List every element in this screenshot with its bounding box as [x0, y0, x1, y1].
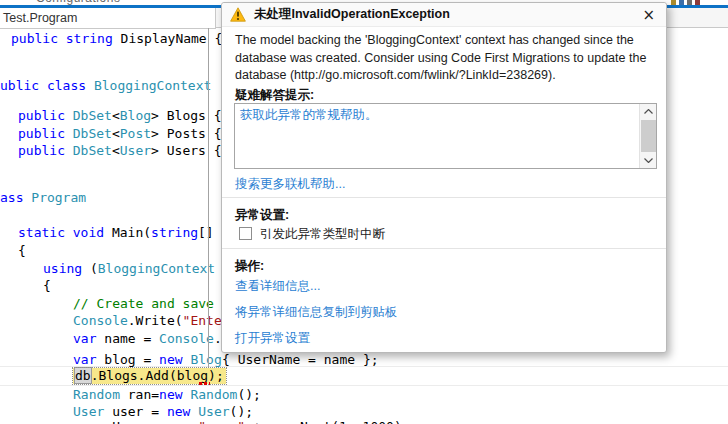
- troubleshooting-tips-label: 疑难解答提示:: [235, 87, 314, 104]
- exception-dialog: 未处理InvalidOperationException × The model…: [221, 2, 667, 353]
- code-line: using (BloggingContext db: [43, 261, 239, 277]
- code-line: var blog = new Blog: [73, 352, 222, 368]
- scroll-down-icon[interactable]: [640, 153, 657, 168]
- code-line: public DbSet<Post> Posts { ge: [18, 126, 245, 142]
- search-online-help-link[interactable]: 搜索更多联机帮助...: [235, 176, 345, 193]
- exception-message: The model backing the 'BloggingContext' …: [235, 32, 659, 85]
- scrollbar-thumb[interactable]: [641, 120, 656, 152]
- code-line: {: [43, 278, 51, 294]
- vs-editor-screen: Configurations Test.Program public strin…: [0, 0, 728, 424]
- code-line: User user = new User();: [73, 404, 253, 420]
- exception-dialog-title: 未处理InvalidOperationException: [254, 6, 450, 23]
- scroll-up-icon[interactable]: [640, 104, 657, 119]
- exception-settings-label: 异常设置:: [235, 207, 289, 224]
- code-line: Random ran=new Random();: [73, 387, 261, 403]
- code-line: // Create and save a: [73, 296, 230, 312]
- code-line: {: [18, 243, 26, 259]
- close-icon[interactable]: ×: [639, 8, 658, 22]
- dialog-callout-tail: [208, 28, 209, 367]
- code-line: ublic class BloggingContext : D: [0, 78, 243, 94]
- code-line: public string DisplayName { g: [11, 31, 238, 47]
- actions-label: 操作:: [235, 258, 264, 275]
- code-line: Console.Write("Enter: [73, 313, 230, 329]
- exception-row-hairline: [0, 385, 728, 386]
- code-line: user.Username = "user" + ran.Next(1, 100…: [73, 419, 410, 424]
- open-exception-settings-link[interactable]: 打开异常设置: [235, 330, 310, 347]
- tips-scrollbar[interactable]: [639, 104, 656, 168]
- code-line: public DbSet<Blog> Blogs { ge: [18, 108, 245, 124]
- break-on-exception-label: 引发此异常类型时中断: [260, 226, 385, 243]
- view-details-link[interactable]: 查看详细信息...: [235, 278, 320, 295]
- code-line: { UserName = name };: [222, 352, 379, 368]
- separator: [222, 248, 666, 249]
- error-squiggle: [199, 382, 210, 385]
- general-help-link[interactable]: 获取此异常的常规帮助。: [240, 107, 378, 124]
- copy-details-link[interactable]: 将异常详细信息复制到剪贴板: [235, 304, 398, 321]
- code-line: static void Main(string[] arg: [18, 225, 245, 241]
- troubleshooting-tips-box: 获取此异常的常规帮助。: [234, 103, 657, 169]
- code-line: ass Program: [0, 190, 86, 206]
- warning-icon: [230, 7, 246, 22]
- break-on-exception-checkbox[interactable]: [239, 227, 252, 240]
- exception-dialog-header: 未处理InvalidOperationException ×: [222, 3, 666, 27]
- code-line: var name = Console.Re: [73, 331, 237, 347]
- separator: [222, 197, 666, 198]
- code-line: public DbSet<User> Users { ge: [18, 143, 245, 159]
